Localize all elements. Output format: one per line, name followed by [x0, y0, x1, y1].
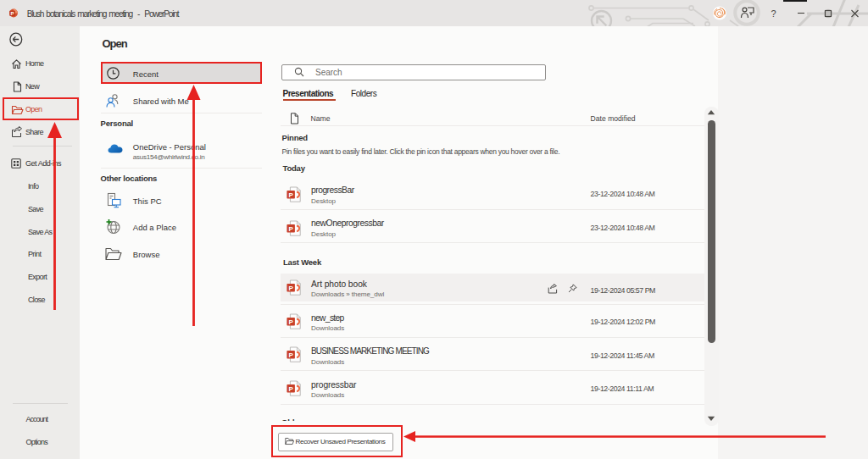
svg-text:P: P — [11, 11, 14, 16]
